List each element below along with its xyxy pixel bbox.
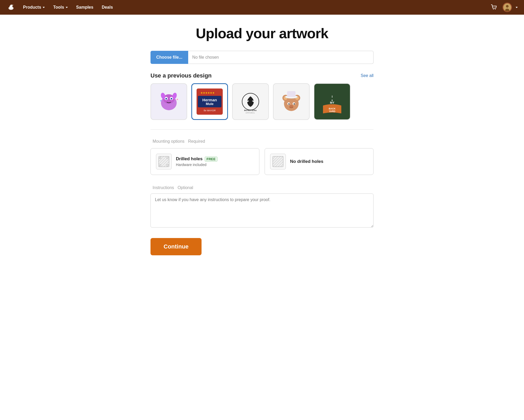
design-thumb-2[interactable]: ★★★★★★ Herman Mule for MAYOR for MAYOR [191,83,228,120]
mounting-required: Required [188,139,205,143]
previous-design-title: Use a previous design [150,72,212,79]
svg-text:★: ★ [176,98,179,101]
instructions-label: Instructions Optional [150,184,374,190]
svg-rect-6 [13,5,13,6]
svg-point-43 [288,103,290,105]
cart-icon[interactable] [490,3,498,12]
no-drill-option-text: No drilled holes [290,159,324,164]
svg-text:APPAREL: APPAREL [246,112,255,114]
svg-rect-3 [11,7,12,9]
drilled-option-sub: Hardware included [176,163,218,167]
design-thumb-5[interactable]: I ♥ MY BACK YARD [314,83,350,120]
design-thumb-3[interactable]: MONSTERA APPAREL [232,83,269,120]
svg-text:BACK: BACK [329,107,336,110]
designs-row: ★ ★ ★★★★★★ Herman Mule for MAYOR [150,83,374,120]
svg-point-7 [493,9,494,10]
svg-text:for MAYOR: for MAYOR [204,109,216,112]
svg-rect-5 [12,5,13,6]
user-menu-caret[interactable] [516,7,518,8]
user-avatar[interactable] [503,3,512,12]
svg-text:Mule: Mule [206,102,214,106]
mounting-option-drilled[interactable]: Drilled holes FREE Hardware included [150,148,259,175]
design-thumb-1[interactable]: ★ ★ [150,83,187,120]
svg-point-17 [171,98,172,100]
free-badge: FREE [205,157,218,162]
navbar: Products Tools Samples Deals [0,0,524,15]
mounting-options: Drilled holes FREE Hardware included [150,148,374,175]
instructions-optional: Optional [177,185,193,190]
brand-logo[interactable] [6,3,16,12]
mounting-options-label: Mounting options Required [150,138,374,144]
file-upload-row: Choose file... No file chosen [150,51,374,64]
nav-deals[interactable]: Deals [99,3,116,12]
svg-point-16 [165,98,167,100]
svg-point-63 [167,164,168,166]
no-drilled-holes-icon [270,154,286,169]
svg-text:MY: MY [330,101,335,104]
continue-button[interactable]: Continue [150,238,202,255]
drilled-option-text: Drilled holes FREE Hardware included [176,156,218,167]
tools-dropdown-caret [66,7,68,8]
design-thumb-4[interactable] [273,83,310,120]
svg-point-45 [289,105,293,108]
svg-point-60 [159,157,161,159]
mounting-title: Mounting options [153,139,185,143]
svg-text:Herman: Herman [202,98,217,102]
products-dropdown-caret [43,7,45,8]
nav-samples[interactable]: Samples [73,3,97,12]
svg-text:I: I [332,95,332,98]
drilled-option-name: Drilled holes FREE [176,156,218,162]
section-divider [150,129,374,130]
instructions-title: Instructions [153,185,174,190]
instructions-textarea[interactable] [150,194,374,228]
svg-rect-2 [10,7,11,9]
drilled-holes-icon [156,154,172,169]
svg-point-62 [159,164,161,166]
svg-text:★: ★ [160,99,162,102]
svg-text:YARD: YARD [329,110,336,113]
previous-design-header: Use a previous design See all [150,72,374,79]
svg-point-61 [167,157,168,159]
choose-file-button[interactable]: Choose file... [150,51,188,64]
page-title: Upload your artwork [150,25,374,41]
svg-rect-40 [287,91,296,97]
svg-point-44 [294,103,295,105]
file-name-display: No file chosen [188,51,374,64]
svg-text:MONSTERA: MONSTERA [244,109,257,111]
nav-products[interactable]: Products [20,3,48,12]
no-drill-option-name: No drilled holes [290,159,324,164]
svg-text:★★★★★★: ★★★★★★ [200,91,215,94]
nav-tools[interactable]: Tools [50,3,71,12]
svg-point-8 [495,9,496,10]
main-content: Upload your artwork Choose file... No fi… [144,15,380,271]
mounting-option-no-drill[interactable]: No drilled holes [265,148,374,175]
see-all-link[interactable]: See all [361,73,374,78]
svg-point-10 [506,5,509,8]
